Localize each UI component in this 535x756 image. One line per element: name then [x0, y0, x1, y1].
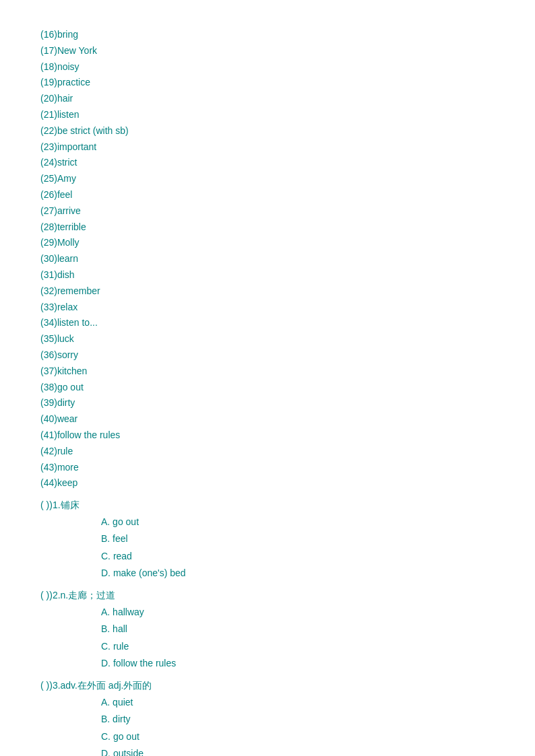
quiz-item: ( ))1.铺床A. go outB. feelC. readD. make (… [40, 497, 495, 582]
quiz-option: C. rule [101, 638, 495, 655]
vocab-item: (24)strict [40, 155, 495, 171]
vocab-item: (36)sorry [40, 347, 495, 364]
vocab-item: (26)feel [40, 187, 495, 203]
quiz-option: D. outside [101, 745, 495, 756]
vocab-item: (33)relax [40, 300, 495, 316]
vocab-item: (28)terrible [40, 219, 495, 236]
vocab-item: (17)New York [40, 43, 495, 59]
quiz-option: D. follow the rules [101, 655, 495, 672]
vocab-item: (20)hair [40, 91, 495, 107]
vocab-item: (22)be strict (with sb) [40, 123, 495, 139]
vocab-item: (18)noisy [40, 59, 495, 75]
vocab-item: (23)important [40, 139, 495, 156]
vocab-item: (16)bring [40, 27, 495, 43]
vocab-item: (29)Molly [40, 235, 495, 251]
vocab-item: (43)more [40, 460, 495, 476]
vocab-item: (31)dish [40, 267, 495, 283]
vocab-item: (27)arrive [40, 203, 495, 219]
vocab-item: (42)rule [40, 444, 495, 460]
quiz-option: A. go out [101, 514, 495, 530]
vocab-item: (39)dirty [40, 395, 495, 411]
quiz-option: A. hallway [101, 604, 495, 621]
quiz-options: A. go outB. feelC. readD. make (one's) b… [101, 514, 495, 582]
vocab-item: (35)luck [40, 331, 495, 347]
quiz-option: B. hall [101, 621, 495, 638]
vocab-item: (30)learn [40, 251, 495, 267]
vocab-item: (34)listen to... [40, 315, 495, 331]
quiz-option: B. feel [101, 530, 495, 547]
quiz-option: A. quiet [101, 694, 495, 711]
vocab-list: (16)bring(17)New York(18)noisy(19)practi… [40, 27, 495, 491]
quiz-question-line: ( ))2.n.走廊；过道 [40, 587, 495, 604]
quiz-option: C. read [101, 548, 495, 565]
vocab-item: (40)wear [40, 411, 495, 427]
vocab-item: (38)go out [40, 380, 495, 396]
vocab-item: (44)keep [40, 475, 495, 491]
quiz-item: ( ))3.adv.在外面 adj.外面的A. quietB. dirtyC. … [40, 677, 495, 756]
quiz-option: B. dirty [101, 711, 495, 728]
vocab-item: (32)remember [40, 283, 495, 300]
quiz-item: ( ))2.n.走廊；过道A. hallwayB. hallC. ruleD. … [40, 587, 495, 672]
quiz-options: A. hallwayB. hallC. ruleD. follow the ru… [101, 604, 495, 672]
quiz-section: ( ))1.铺床A. go outB. feelC. readD. make (… [40, 497, 495, 756]
vocab-item: (21)listen [40, 107, 495, 123]
quiz-question-line: ( ))1.铺床 [40, 497, 495, 514]
vocab-item: (25)Amy [40, 171, 495, 187]
vocab-item: (37)kitchen [40, 364, 495, 380]
vocab-item: (41)follow the rules [40, 427, 495, 444]
quiz-option: D. make (one's) bed [101, 565, 495, 582]
quiz-question-line: ( ))3.adv.在外面 adj.外面的 [40, 677, 495, 694]
vocab-item: (19)practice [40, 75, 495, 91]
quiz-options: A. quietB. dirtyC. go outD. outside [101, 694, 495, 756]
quiz-option: C. go out [101, 728, 495, 745]
